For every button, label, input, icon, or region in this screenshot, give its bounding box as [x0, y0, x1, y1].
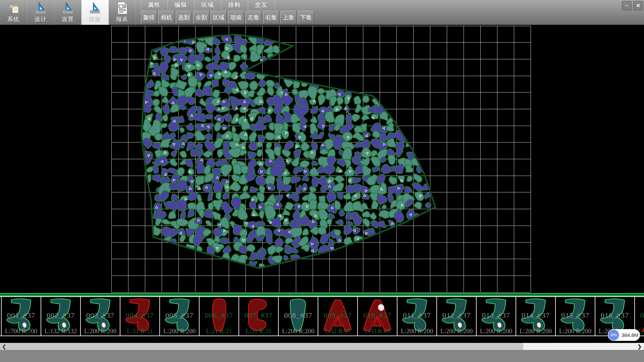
memory-usage-value: 384.8M [622, 332, 638, 338]
piece-thumbnail[interactable]: 010_#37L:33 R:33 [358, 297, 397, 336]
window-controls: ─ ✕ [622, 1, 643, 10]
piece-name: 011_#37 [397, 311, 436, 320]
piece-count-label: L:132 R:132 [41, 327, 80, 335]
toolbar-button-label: 设计 [35, 15, 47, 23]
piece-thumbnail[interactable]: 002_#37L:132 R:132 [41, 297, 81, 336]
bottom-status-bar [0, 350, 644, 362]
piece-count-label: L:200 R:200 [477, 327, 516, 335]
nesting-canvas[interactable] [0, 25, 644, 297]
piece-count-label: L:32 R:31 [318, 327, 357, 335]
main-toolbar: 系统设计设置排版报表 [0, 0, 136, 25]
toolbar-button-label: 报表 [116, 15, 128, 23]
piece-thumbnail[interactable]: 004_#37L:31 R:31 [120, 297, 160, 336]
piece-count-label: L:200 R:200 [81, 327, 120, 335]
menu-button-align-left[interactable]: 左靠 [246, 11, 262, 24]
piece-thumbnail[interactable]: 015_#37L:200 R:200 [556, 297, 595, 336]
piece-count-label: L:200 R:200 [516, 327, 555, 335]
piece-thumbnail[interactable]: 011_#37L:200 R:200 [397, 297, 437, 336]
piece-name: 015_#37 [556, 311, 595, 320]
menu-button-cluster-nest[interactable]: 聚排 [141, 11, 157, 24]
piece-name: 016_#37 [595, 311, 634, 320]
piece-name: 014_#37 [516, 311, 555, 320]
menu-button-camera[interactable]: 相机 [158, 11, 174, 24]
piece-name: 001_#37 [2, 311, 41, 320]
toolbar-button-design[interactable]: 设计 [27, 0, 54, 25]
piece-thumbnail[interactable]: 007_#37L:31 R:31 [239, 297, 279, 336]
menu-block: 属性编辑区域排料交互 聚排相机选割全割区域瑕疵左靠右靠上靠下靠 [141, 0, 314, 24]
piece-name: 008_#37 [279, 311, 318, 320]
minimize-button[interactable]: ─ [622, 1, 632, 10]
memory-usage-badge: 38% 384.8M [608, 329, 640, 341]
system-gear-icon [6, 1, 20, 15]
piece-count-label: L:200 R:200 [556, 327, 595, 335]
piece-name: 006_#37 [200, 311, 238, 320]
title-toolbar: 系统设计设置排版报表 属性编辑区域排料交互 聚排相机选割全割区域瑕疵左靠右靠上靠… [0, 0, 644, 25]
menu-button-align-top[interactable]: 上靠 [280, 11, 297, 24]
piece-count-label: L:33 R:33 [358, 327, 397, 335]
piece-count-label: L:200 R:200 [437, 327, 476, 335]
menu-button-select-cut[interactable]: 选割 [176, 11, 192, 24]
scrollbar-thumb[interactable] [0, 343, 523, 350]
strip-divider-line [0, 293, 644, 296]
piece-thumbnail[interactable]: 006_#37L:21 R:21 [200, 297, 239, 336]
piece-thumbnail[interactable]: 012_#37L:200 R:200 [437, 297, 477, 336]
piece-thumbnail[interactable]: 009_#37L:32 R:31 [318, 297, 358, 336]
piece-name: 017_#37 [635, 311, 644, 320]
piece-name: 013_#37 [477, 311, 516, 320]
menu-button-cut-all[interactable]: 全割 [193, 11, 209, 24]
piece-name: 012_#37 [437, 311, 476, 320]
piece-name: 004_#37 [120, 311, 159, 320]
progress-percent-circle: 38% [608, 329, 619, 341]
piece-count-label: L:200 R:200 [279, 327, 318, 335]
toolbar-button-report[interactable]: 报表 [109, 0, 136, 25]
menu-button-align-bottom[interactable]: 下靠 [298, 11, 314, 24]
piece-thumbnail[interactable]: 008_#37L:200 R:200 [279, 297, 318, 336]
menu-tab-region[interactable]: 区域 [195, 0, 221, 10]
piece-thumbnail[interactable]: 001_#37L:700 R:700 [1, 297, 41, 336]
piece-name: 010_#37 [358, 311, 397, 320]
piece-name: 007_#37 [239, 311, 278, 320]
toolbar-button-nesting[interactable]: 排版 [82, 0, 109, 25]
menu-tab-nest[interactable]: 排料 [221, 0, 248, 10]
toolbar-button-system[interactable]: 系统 [0, 0, 27, 25]
piece-count-label: L:21 R:21 [200, 327, 238, 335]
menu-tab-properties[interactable]: 属性 [141, 0, 168, 10]
piece-count-label: L:200 R:200 [397, 327, 436, 335]
menu-tab-edit[interactable]: 编辑 [168, 0, 195, 10]
horizontal-scrollbar[interactable]: ❮ ❯ [0, 343, 644, 350]
scroll-right-arrow-icon[interactable]: ❯ [637, 343, 642, 350]
piece-name: 009_#37 [318, 311, 357, 320]
piece-name: 002_#37 [41, 311, 80, 320]
toolbar-button-settings[interactable]: 设置 [54, 0, 82, 25]
piece-name: 005_#37 [160, 311, 199, 320]
scroll-left-arrow-icon[interactable]: ❮ [2, 343, 6, 350]
piece-count-label: L:31 R:31 [120, 327, 159, 335]
menu-tab-interactive[interactable]: 交互 [248, 0, 275, 10]
piece-thumbnail[interactable]: 003_#37L:200 R:200 [81, 297, 120, 336]
toolbar-button-label: 设置 [62, 15, 74, 23]
menu-button-region[interactable]: 区域 [211, 11, 227, 24]
toolbar-button-label: 系统 [7, 15, 19, 23]
design-ruler-icon [34, 1, 48, 15]
settings-ruler-icon [61, 1, 75, 15]
piece-thumbnail[interactable]: 005_#37L:200 R:200 [160, 297, 200, 336]
piece-thumbnail[interactable]: 014_#37L:200 R:200 [516, 297, 556, 336]
menu-button-align-right[interactable]: 右靠 [263, 11, 279, 24]
piece-thumbnail-strip: 001_#37L:700 R:700002_#37L:132 R:132003_… [0, 296, 644, 336]
nesting-ruler-icon [88, 1, 102, 15]
toolbar-button-label: 排版 [89, 15, 101, 23]
menu-button-defect[interactable]: 瑕疵 [228, 11, 244, 24]
menu-button-row: 聚排相机选割全割区域瑕疵左靠右靠上靠下靠 [141, 11, 314, 24]
piece-count-label: L:31 R:31 [239, 327, 278, 335]
close-button[interactable]: ✕ [633, 1, 643, 10]
piece-thumbnail[interactable]: 013_#37L:200 R:200 [477, 297, 516, 336]
report-doc-icon [115, 1, 129, 15]
piece-count-label: L:200 R:200 [160, 327, 199, 335]
piece-count-label: L:700 R:700 [2, 327, 41, 335]
piece-name: 003_#37 [81, 311, 120, 320]
menu-tab-row: 属性编辑区域排料交互 [141, 0, 314, 10]
